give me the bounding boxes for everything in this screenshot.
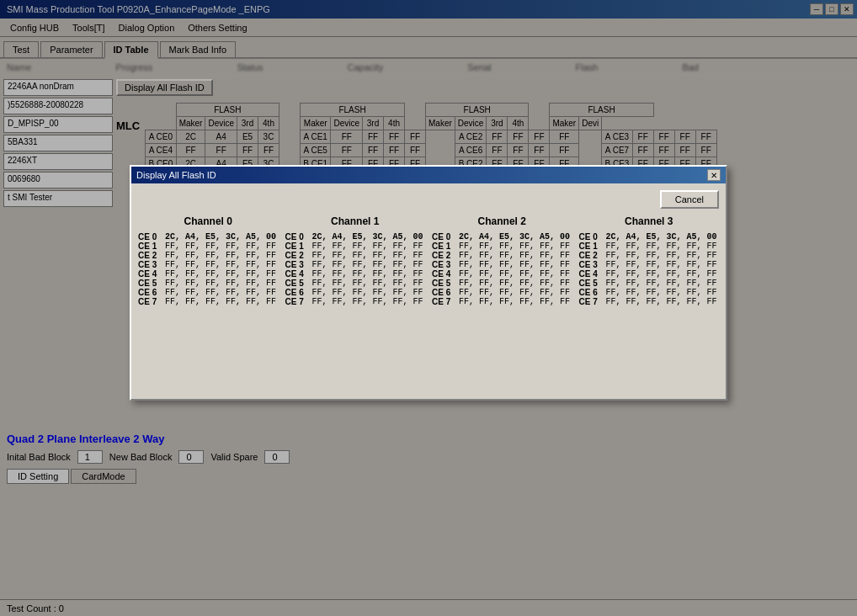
channel-row-1-7: CE 7FF, FF, FF, FF, FF, FF bbox=[285, 297, 426, 306]
channel-row-1-6: CE 6FF, FF, FF, FF, FF, FF bbox=[285, 288, 426, 297]
channel-row-1-1: CE 1FF, FF, FF, FF, FF, FF bbox=[285, 242, 426, 251]
modal-title: Display All Flash ID bbox=[136, 170, 216, 180]
ce-value: FF, FF, FF, FF, FF, FF bbox=[459, 251, 570, 260]
channel-row-3-0: CE 02C, A4, E5, 3C, A5, 00 bbox=[579, 232, 720, 242]
ce-value: FF, FF, FF, FF, FF, FF bbox=[165, 251, 276, 260]
ce-value: FF, FF, FF, FF, FF, FF bbox=[165, 297, 276, 306]
ce-value: FF, FF, FF, FF, FF, FF bbox=[165, 279, 276, 288]
ce-label: CE 1 bbox=[285, 242, 309, 251]
channel-col-1: Channel 1CE 02C, A4, E5, 3C, A5, 00CE 1F… bbox=[285, 215, 426, 306]
ce-value: FF, FF, FF, FF, FF, FF bbox=[459, 260, 570, 269]
channel-header-2: Channel 2 bbox=[432, 215, 572, 227]
modal-channels: Channel 0CE 02C, A4, E5, 3C, A5, 00CE 1F… bbox=[138, 215, 719, 306]
channel-col-3: Channel 3CE 02C, A4, E5, 3C, A5, 00CE 1F… bbox=[579, 215, 720, 306]
ce-label: CE 0 bbox=[579, 232, 603, 242]
channel-row-0-0: CE 02C, A4, E5, 3C, A5, 00 bbox=[138, 232, 279, 242]
ce-value: FF, FF, FF, FF, FF, FF bbox=[459, 269, 570, 279]
ce-label: CE 6 bbox=[579, 288, 603, 297]
channel-row-3-7: CE 7FF, FF, FF, FF, FF, FF bbox=[579, 297, 720, 306]
ce-label: CE 7 bbox=[285, 297, 309, 306]
ce-label: CE 4 bbox=[432, 269, 455, 279]
channel-row-0-6: CE 6FF, FF, FF, FF, FF, FF bbox=[138, 288, 279, 297]
modal-close-button[interactable]: ✕ bbox=[707, 169, 721, 181]
channel-col-2: Channel 2CE 02C, A4, E5, 3C, A5, 00CE 1F… bbox=[432, 215, 572, 306]
ce-label: CE 2 bbox=[285, 251, 309, 260]
ce-label: CE 3 bbox=[138, 260, 162, 269]
ce-label: CE 5 bbox=[579, 279, 603, 288]
modal-overlay: Display All Flash ID ✕ Cancel Channel 0C… bbox=[0, 0, 857, 616]
ce-value: FF, FF, FF, FF, FF, FF bbox=[165, 288, 276, 297]
ce-value: FF, FF, FF, FF, FF, FF bbox=[606, 279, 717, 288]
ce-label: CE 1 bbox=[579, 242, 603, 251]
ce-label: CE 6 bbox=[432, 288, 455, 297]
channel-row-2-6: CE 6FF, FF, FF, FF, FF, FF bbox=[432, 288, 572, 297]
ce-value: FF, FF, FF, FF, FF, FF bbox=[459, 279, 570, 288]
channel-row-0-4: CE 4FF, FF, FF, FF, FF, FF bbox=[138, 269, 279, 279]
channel-header-3: Channel 3 bbox=[579, 215, 720, 227]
ce-label: CE 4 bbox=[285, 269, 309, 279]
ce-value: FF, FF, FF, FF, FF, FF bbox=[312, 269, 423, 279]
ce-value: FF, FF, FF, FF, FF, FF bbox=[312, 297, 423, 306]
channel-header-1: Channel 1 bbox=[285, 215, 426, 227]
channel-row-0-7: CE 7FF, FF, FF, FF, FF, FF bbox=[138, 297, 279, 306]
ce-label: CE 6 bbox=[138, 288, 162, 297]
ce-value: FF, FF, FF, FF, FF, FF bbox=[165, 260, 276, 269]
ce-value: FF, FF, FF, FF, FF, FF bbox=[606, 251, 717, 260]
ce-value: FF, FF, FF, FF, FF, FF bbox=[459, 242, 570, 251]
ce-value: FF, FF, FF, FF, FF, FF bbox=[606, 288, 717, 297]
ce-value: 2C, A4, E5, 3C, A5, 00 bbox=[165, 232, 276, 242]
channel-row-1-5: CE 5FF, FF, FF, FF, FF, FF bbox=[285, 279, 426, 288]
ce-value: 2C, A4, E5, 3C, A5, 00 bbox=[606, 232, 717, 242]
ce-label: CE 3 bbox=[579, 260, 603, 269]
ce-value: FF, FF, FF, FF, FF, FF bbox=[312, 251, 423, 260]
channel-row-3-5: CE 5FF, FF, FF, FF, FF, FF bbox=[579, 279, 720, 288]
channel-row-2-1: CE 1FF, FF, FF, FF, FF, FF bbox=[432, 242, 572, 251]
ce-value: FF, FF, FF, FF, FF, FF bbox=[312, 288, 423, 297]
ce-label: CE 5 bbox=[285, 279, 309, 288]
ce-value: FF, FF, FF, FF, FF, FF bbox=[606, 242, 717, 251]
channel-row-2-0: CE 02C, A4, E5, 3C, A5, 00 bbox=[432, 232, 572, 242]
ce-label: CE 0 bbox=[432, 232, 455, 242]
channel-row-2-5: CE 5FF, FF, FF, FF, FF, FF bbox=[432, 279, 572, 288]
channel-row-0-1: CE 1FF, FF, FF, FF, FF, FF bbox=[138, 242, 279, 251]
channel-row-1-2: CE 2FF, FF, FF, FF, FF, FF bbox=[285, 251, 426, 260]
ce-label: CE 5 bbox=[432, 279, 455, 288]
ce-value: FF, FF, FF, FF, FF, FF bbox=[606, 297, 717, 306]
channel-row-3-3: CE 3FF, FF, FF, FF, FF, FF bbox=[579, 260, 720, 269]
ce-value: FF, FF, FF, FF, FF, FF bbox=[165, 269, 276, 279]
channel-row-3-6: CE 6FF, FF, FF, FF, FF, FF bbox=[579, 288, 720, 297]
ce-value: FF, FF, FF, FF, FF, FF bbox=[312, 260, 423, 269]
ce-label: CE 6 bbox=[285, 288, 309, 297]
ce-value: FF, FF, FF, FF, FF, FF bbox=[312, 279, 423, 288]
modal-dialog: Display All Flash ID ✕ Cancel Channel 0C… bbox=[130, 165, 727, 401]
ce-value: FF, FF, FF, FF, FF, FF bbox=[606, 269, 717, 279]
channel-row-0-2: CE 2FF, FF, FF, FF, FF, FF bbox=[138, 251, 279, 260]
channel-row-3-4: CE 4FF, FF, FF, FF, FF, FF bbox=[579, 269, 720, 279]
ce-value: 2C, A4, E5, 3C, A5, 00 bbox=[312, 232, 423, 242]
ce-label: CE 7 bbox=[138, 297, 162, 306]
channel-row-3-2: CE 2FF, FF, FF, FF, FF, FF bbox=[579, 251, 720, 260]
ce-label: CE 0 bbox=[138, 232, 162, 242]
channel-row-2-3: CE 3FF, FF, FF, FF, FF, FF bbox=[432, 260, 572, 269]
ce-value: 2C, A4, E5, 3C, A5, 00 bbox=[459, 232, 570, 242]
ce-label: CE 7 bbox=[432, 297, 455, 306]
channel-row-0-5: CE 5FF, FF, FF, FF, FF, FF bbox=[138, 279, 279, 288]
channel-col-0: Channel 0CE 02C, A4, E5, 3C, A5, 00CE 1F… bbox=[138, 215, 279, 306]
ce-label: CE 3 bbox=[285, 260, 309, 269]
ce-value: FF, FF, FF, FF, FF, FF bbox=[459, 297, 570, 306]
ce-value: FF, FF, FF, FF, FF, FF bbox=[312, 242, 423, 251]
ce-value: FF, FF, FF, FF, FF, FF bbox=[165, 242, 276, 251]
ce-label: CE 4 bbox=[138, 269, 162, 279]
ce-label: CE 2 bbox=[138, 251, 162, 260]
channel-row-0-3: CE 3FF, FF, FF, FF, FF, FF bbox=[138, 260, 279, 269]
channel-row-1-0: CE 02C, A4, E5, 3C, A5, 00 bbox=[285, 232, 426, 242]
ce-label: CE 1 bbox=[432, 242, 455, 251]
ce-label: CE 0 bbox=[285, 232, 309, 242]
ce-value: FF, FF, FF, FF, FF, FF bbox=[459, 288, 570, 297]
ce-label: CE 2 bbox=[579, 251, 603, 260]
channel-row-2-4: CE 4FF, FF, FF, FF, FF, FF bbox=[432, 269, 572, 279]
channel-row-2-2: CE 2FF, FF, FF, FF, FF, FF bbox=[432, 251, 572, 260]
ce-label: CE 5 bbox=[138, 279, 162, 288]
cancel-button[interactable]: Cancel bbox=[660, 190, 719, 209]
ce-label: CE 4 bbox=[579, 269, 603, 279]
